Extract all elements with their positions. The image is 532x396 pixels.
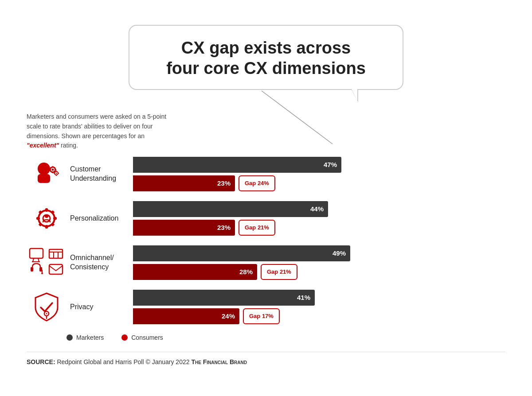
svg-rect-16 (56, 175, 57, 176)
title-line2: four core CX dimensions (166, 59, 366, 78)
consumer-bar-fill-cu: 23% (133, 175, 235, 191)
svg-rect-5 (52, 166, 54, 168)
gap-label-cu: Gap 24% (239, 175, 275, 191)
svg-point-4 (52, 168, 54, 171)
consumer-bar-fill-o: 28% (133, 264, 257, 280)
legend-dot-marketers (66, 334, 73, 341)
svg-rect-28 (51, 223, 55, 226)
source-prefix: SOURCE: (27, 358, 55, 365)
gap-label-pr: Gap 17% (243, 308, 280, 324)
svg-point-1 (38, 163, 50, 175)
svg-rect-23 (36, 217, 40, 220)
row-omnichannel: Omnichannel/Consistency 49% 28% Gap 21% (27, 245, 505, 280)
gap-label-p: Gap 21% (239, 220, 275, 236)
label-customer-understanding: CustomerUnderstanding (66, 165, 133, 183)
svg-rect-17 (54, 173, 55, 174)
legend-marketers: Marketers (66, 334, 104, 341)
svg-rect-2 (38, 174, 50, 183)
marketer-bar-o: 49% (133, 245, 505, 261)
label-omnichannel: Omnichannel/Consistency (66, 253, 133, 272)
consumer-bar-cu: 23% Gap 24% (133, 175, 505, 191)
svg-rect-24 (53, 217, 57, 220)
marketer-bar-fill-pr: 41% (133, 290, 315, 306)
svg-rect-30 (30, 248, 43, 258)
consumer-bar-fill-pr: 24% (133, 308, 239, 324)
marketer-bar-fill-o: 49% (133, 245, 350, 261)
marketer-bar-pr: 41% (133, 290, 505, 306)
icon-omnichannel (27, 248, 66, 278)
svg-rect-27 (39, 223, 42, 226)
marketer-bar-fill-p: 44% (133, 201, 328, 217)
row-personalization: Personalization 44% 23% Gap 21% (27, 201, 505, 236)
svg-rect-7 (49, 169, 51, 170)
svg-rect-21 (45, 208, 48, 212)
consumer-bar-fill-p: 23% (133, 220, 235, 236)
svg-rect-41 (49, 264, 63, 274)
label-privacy: Privacy (66, 303, 133, 312)
svg-point-14 (56, 172, 57, 174)
marketer-bar-cu: 47% (133, 157, 505, 173)
svg-rect-8 (55, 169, 56, 170)
bars-personalization: 44% 23% Gap 21% (133, 201, 505, 236)
title-line1: CX gap exists across (181, 39, 351, 57)
svg-rect-22 (45, 225, 48, 229)
gap-label-o: Gap 21% (261, 264, 297, 280)
bars-customer-understanding: 47% 23% Gap 24% (133, 157, 505, 191)
row-customer-understanding: CustomerUnderstanding 47% 23% Gap 24% (27, 157, 505, 191)
svg-rect-36 (54, 252, 58, 258)
source-text: Redpoint Global and Harris Poll © Januar… (55, 358, 192, 365)
marketer-bar-fill-cu: 47% (133, 157, 341, 173)
legend-dot-consumers (121, 334, 128, 341)
page-container: CX gap exists across four core CX dimens… (0, 0, 532, 396)
consumer-bar-p: 23% Gap 21% (133, 220, 505, 236)
consumer-bar-pr: 24% Gap 17% (133, 308, 505, 324)
svg-rect-25 (39, 210, 42, 214)
title-bubble: CX gap exists across four core CX dimens… (129, 25, 403, 90)
bars-privacy: 41% 24% Gap 17% (133, 290, 505, 324)
icon-personalization (27, 203, 66, 234)
marketer-bar-p: 44% (133, 201, 505, 217)
bars-omnichannel: 49% 28% Gap 21% (133, 245, 505, 280)
label-personalization: Personalization (66, 214, 133, 223)
icon-privacy (27, 291, 66, 322)
legend-consumers: Consumers (121, 334, 163, 341)
svg-point-43 (46, 313, 47, 314)
legend: Marketers Consumers (66, 334, 505, 341)
row-privacy: Privacy 41% 24% Gap 17% (27, 290, 505, 324)
svg-rect-37 (31, 267, 33, 272)
source-brand: The Financial Brand (191, 358, 247, 365)
icon-customer-understanding (27, 158, 66, 190)
svg-rect-15 (56, 171, 57, 172)
consumer-bar-o: 28% Gap 21% (133, 264, 505, 280)
svg-rect-34 (49, 249, 63, 258)
svg-rect-6 (52, 171, 54, 173)
legend-label-consumers: Consumers (131, 334, 163, 341)
svg-rect-18 (58, 173, 59, 174)
svg-point-40 (41, 272, 43, 274)
legend-label-marketers: Marketers (76, 334, 104, 341)
chart-area: CustomerUnderstanding 47% 23% Gap 24% (27, 157, 505, 324)
subtitle-text: Marketers and consumers were asked on a … (27, 112, 177, 151)
title-text: CX gap exists across four core CX dimens… (147, 38, 385, 78)
svg-point-29 (45, 214, 48, 218)
svg-rect-26 (51, 210, 55, 214)
source-line: SOURCE: Redpoint Global and Harris Poll … (27, 352, 505, 365)
